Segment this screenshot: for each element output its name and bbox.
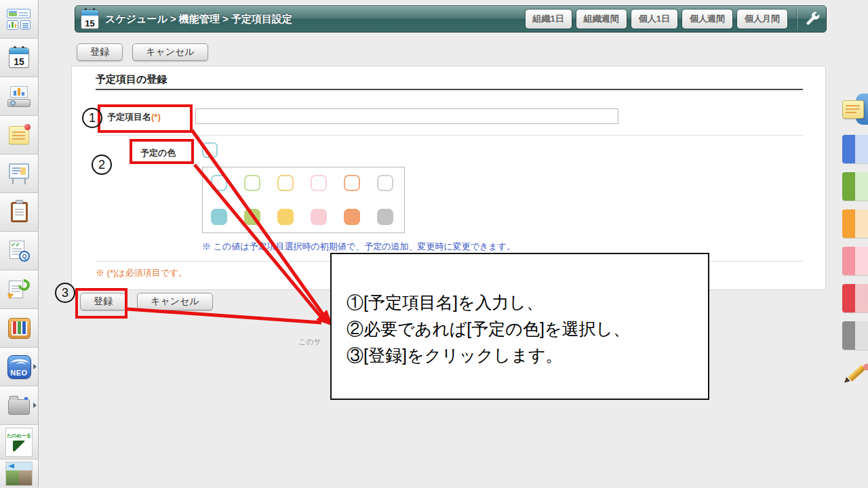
- right-color-tab-0[interactable]: [842, 135, 868, 163]
- pencil-icon[interactable]: [842, 359, 868, 388]
- sidebar-item-bulletin-board[interactable]: [0, 155, 38, 193]
- bottom-toolbar: 登録 キャンセル: [80, 293, 213, 310]
- color-swatch-outline-4[interactable]: [344, 175, 360, 191]
- instruction-callout: ①[予定項目名]を入力し、 ②必要であれば[予定の色]を選択し、 ③[登録]をク…: [330, 253, 709, 400]
- header-bar: 15 スケジュール > 機能管理 > 予定項目設定 組織1日 組織週間 個人1日…: [75, 5, 827, 33]
- left-sidebar: 15 ✓✓: [0, 0, 39, 488]
- required-note: ※ (*)は必須項目です。: [96, 267, 187, 279]
- expand-arrow-icon: [33, 403, 37, 408]
- color-swatch-outline-5[interactable]: [377, 175, 393, 191]
- right-color-tab-2[interactable]: [842, 209, 868, 238]
- palette-fill-row: [211, 209, 393, 225]
- search-document-icon: ✓✓ Q: [8, 241, 30, 261]
- sidebar-item-document-search[interactable]: ✓✓ Q: [0, 232, 38, 270]
- callout-line-3: ③[登録]をクリックします。: [347, 342, 694, 369]
- color-swatch-fill-1[interactable]: [244, 209, 260, 225]
- whiteboard-icon: [7, 163, 31, 184]
- right-color-tab-4[interactable]: [842, 284, 868, 312]
- expand-arrow-icon: [33, 364, 37, 369]
- item-name-input[interactable]: [195, 108, 618, 124]
- sidebar-item-ad-tanomail[interactable]: たのめーる: [0, 425, 38, 460]
- color-label: 予定の色: [140, 147, 176, 159]
- projector-icon: [7, 86, 31, 107]
- page-title: 予定項目の登録: [96, 73, 167, 86]
- sidebar-item-workflow[interactable]: [0, 270, 38, 309]
- breadcrumb: スケジュール > 機能管理 > 予定項目設定: [105, 13, 526, 26]
- folder-icon: [8, 399, 30, 415]
- color-tab-list: [842, 135, 868, 350]
- tanomail-ad-icon: たのめーる: [5, 428, 33, 457]
- view-org-day-button[interactable]: 組織1日: [526, 9, 572, 28]
- right-color-tab-3[interactable]: [842, 247, 868, 275]
- right-color-tab-1[interactable]: [842, 172, 868, 201]
- callout-line-2: ②必要であれば[予定の色]を選択し、: [347, 316, 694, 342]
- color-note: ※ この値は予定項目選択時の初期値で、予定の追加、変更時に変更できます。: [202, 241, 515, 253]
- sidebar-item-clipboard[interactable]: [0, 193, 38, 232]
- color-swatch-fill-3[interactable]: [311, 209, 327, 225]
- view-personal-week-button[interactable]: 個人週間: [682, 9, 732, 28]
- color-swatch-outline-0[interactable]: [211, 175, 227, 191]
- sidebar-item-neo[interactable]: NEO: [0, 348, 38, 386]
- view-personal-day-button[interactable]: 個人1日: [631, 9, 677, 28]
- row-divider: [96, 135, 803, 136]
- settings-wrench-icon[interactable]: [804, 11, 821, 27]
- color-swatch-outline-1[interactable]: [244, 175, 260, 191]
- workflow-icon: [8, 279, 30, 300]
- sidebar-item-presentation[interactable]: [0, 77, 38, 116]
- footer-text-partial: このサ: [298, 337, 321, 347]
- memo-icon: [9, 126, 29, 144]
- neo-icon: NEO: [7, 355, 31, 379]
- sidebar-item-bookshelf[interactable]: [0, 309, 38, 348]
- color-swatch-outline-3[interactable]: [311, 175, 327, 191]
- cancel-button-bottom[interactable]: キャンセル: [137, 293, 213, 310]
- sidebar-item-ad-photo[interactable]: [0, 460, 38, 487]
- step-number-3: 3: [55, 283, 75, 303]
- register-button-top[interactable]: 登録: [77, 43, 123, 61]
- schedule-calendar-icon: 15: [81, 9, 99, 29]
- calendar-icon: 15: [9, 47, 29, 68]
- color-palette: [202, 167, 405, 233]
- right-sidebar: [842, 94, 868, 388]
- color-swatch-fill-4[interactable]: [344, 209, 360, 225]
- sidebar-item-schedule[interactable]: 15: [0, 39, 38, 77]
- item-name-label: 予定項目名(*): [107, 111, 161, 123]
- callout-line-1: ①[予定項目名]を入力し、: [347, 289, 694, 316]
- color-swatch-fill-2[interactable]: [277, 209, 294, 225]
- cancel-button-top[interactable]: キャンセル: [132, 43, 208, 61]
- clipboard-icon: [11, 202, 28, 222]
- right-color-tab-5[interactable]: [842, 321, 868, 350]
- note-shortcut-icon[interactable]: [842, 94, 868, 126]
- photo-ad-icon: [5, 462, 33, 486]
- header-divider: [797, 8, 797, 30]
- sidebar-item-portal[interactable]: [0, 0, 38, 39]
- palette-outline-row: [211, 175, 393, 191]
- portal-icon: [7, 9, 31, 30]
- bookshelf-icon: [8, 318, 31, 339]
- view-org-week-button[interactable]: 組織週間: [576, 9, 627, 28]
- required-mark: (*): [151, 112, 161, 122]
- register-button-bottom[interactable]: 登録: [80, 293, 126, 310]
- top-toolbar: 登録 キャンセル: [77, 43, 208, 61]
- title-underline: [96, 89, 803, 90]
- sidebar-item-folder[interactable]: [0, 386, 38, 425]
- color-swatch-fill-0[interactable]: [211, 209, 227, 225]
- color-swatch-outline-2[interactable]: [277, 175, 294, 191]
- page: 15 ✓✓: [0, 0, 868, 488]
- view-switcher: 組織1日 組織週間 個人1日 個人週間 個人月間: [526, 9, 787, 28]
- selected-color-swatch[interactable]: [202, 142, 218, 158]
- step-number-1: 1: [82, 108, 102, 128]
- step-number-2: 2: [92, 155, 112, 175]
- sidebar-item-memo[interactable]: [0, 116, 38, 155]
- view-personal-month-button[interactable]: 個人月間: [737, 9, 787, 28]
- color-swatch-fill-5[interactable]: [377, 209, 393, 225]
